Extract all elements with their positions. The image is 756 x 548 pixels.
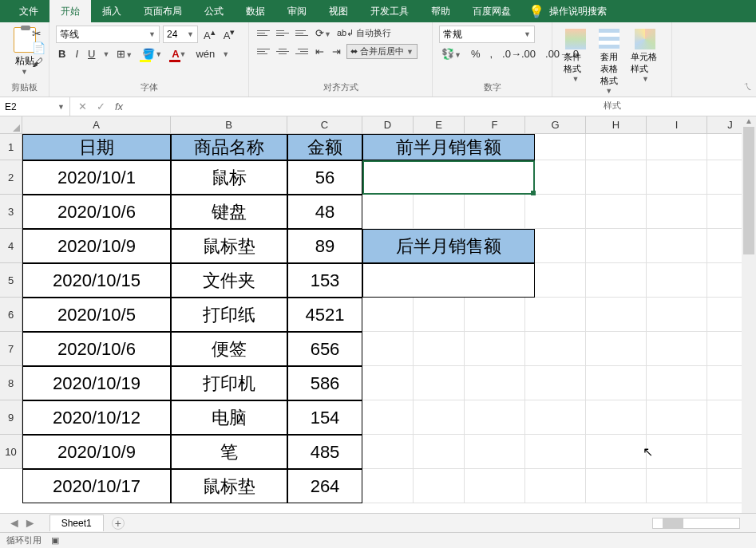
macro-record-icon[interactable]: ▣: [51, 535, 59, 546]
col-header-H[interactable]: H: [586, 116, 647, 133]
cell-F8[interactable]: [465, 366, 525, 400]
cell-I7[interactable]: [647, 332, 707, 366]
cell-F6[interactable]: [465, 298, 525, 332]
cell-B7[interactable]: 便签: [171, 332, 287, 366]
align-middle-button[interactable]: [275, 26, 291, 41]
increase-indent-button[interactable]: ⇥: [330, 44, 343, 59]
cell-first-half-header[interactable]: 前半月销售额: [362, 134, 535, 160]
cell-A6[interactable]: 2020/10/5: [22, 298, 171, 332]
cell-E10[interactable]: [414, 435, 465, 469]
cell-second-half-header[interactable]: 后半月销售额: [362, 229, 535, 263]
font-size-select[interactable]: 24▼: [163, 26, 198, 43]
cell-D9[interactable]: [362, 400, 414, 435]
cell-I8[interactable]: [647, 366, 707, 400]
cell-A3[interactable]: 2020/10/6: [22, 195, 171, 229]
tab-baidu[interactable]: 百度网盘: [461, 0, 522, 23]
cell-B2[interactable]: 鼠标: [171, 160, 287, 195]
col-header-F[interactable]: F: [465, 116, 525, 133]
cell-B4[interactable]: 鼠标垫: [171, 229, 287, 263]
cell-I4[interactable]: [647, 229, 707, 263]
cell-I1[interactable]: [647, 134, 707, 160]
tell-me-search[interactable]: 💡 操作说明搜索: [528, 0, 618, 23]
cell-G9[interactable]: [525, 400, 586, 435]
row-headers[interactable]: 12345678910: [0, 134, 22, 469]
cell-I6[interactable]: [647, 298, 707, 332]
italic-button[interactable]: I: [73, 46, 81, 61]
cell-A11[interactable]: 2020/10/17: [22, 469, 171, 503]
cell-A4[interactable]: 2020/10/9: [22, 229, 171, 263]
cell-H7[interactable]: [586, 332, 647, 366]
cell-C9[interactable]: 154: [287, 400, 362, 435]
cell-B6[interactable]: 打印纸: [171, 298, 287, 332]
format-painter-button[interactable]: 🖌: [32, 56, 46, 69]
format-table-button[interactable]: 套用 表格格式▼: [592, 26, 626, 98]
tab-file[interactable]: 文件: [8, 0, 49, 23]
fx-button[interactable]: fx: [115, 101, 123, 112]
cell-E3[interactable]: [414, 195, 465, 229]
cell-A1[interactable]: 日期: [22, 134, 171, 160]
cell-B3[interactable]: 键盘: [171, 195, 287, 229]
row-header-10[interactable]: 10: [0, 435, 22, 469]
cell-F3[interactable]: [465, 195, 525, 229]
increase-decimal-button[interactable]: .0→.00: [500, 46, 538, 61]
align-bottom-button[interactable]: [294, 26, 310, 41]
align-top-button[interactable]: [255, 26, 271, 41]
row-header-2[interactable]: 2: [0, 160, 22, 195]
cell-D3[interactable]: [362, 195, 414, 229]
increase-font-button[interactable]: A▴: [201, 26, 218, 43]
decrease-indent-button[interactable]: ⇤: [313, 44, 327, 59]
cell-F9[interactable]: [465, 400, 525, 435]
copy-button[interactable]: 📄: [32, 41, 46, 54]
tab-home[interactable]: 开始: [49, 0, 91, 23]
cell-F7[interactable]: [465, 332, 525, 366]
cell-H8[interactable]: [586, 366, 647, 400]
row-header-6[interactable]: 6: [0, 298, 22, 332]
cell-E11[interactable]: [414, 469, 465, 503]
cell-H3[interactable]: [586, 195, 647, 229]
cell-H2[interactable]: [586, 160, 647, 195]
name-box[interactable]: E2▼: [0, 97, 70, 116]
tab-view[interactable]: 视图: [318, 0, 359, 23]
col-header-A[interactable]: A: [22, 116, 171, 133]
horizontal-scrollbar[interactable]: [652, 518, 740, 529]
row-header-9[interactable]: 9: [0, 400, 22, 435]
cell-second-half-value[interactable]: [362, 263, 535, 298]
merge-center-button[interactable]: ⬌合并后居中▼: [346, 44, 418, 59]
cell-B11[interactable]: 鼠标垫: [171, 469, 287, 503]
row-header-1[interactable]: 1: [0, 134, 22, 160]
cell-H11[interactable]: [586, 469, 647, 503]
cell-I11[interactable]: [647, 469, 707, 503]
cell-C11[interactable]: 264: [287, 469, 362, 503]
cell-first-half-value[interactable]: [362, 160, 535, 195]
row-header-7[interactable]: 7: [0, 332, 22, 366]
cell-A8[interactable]: 2020/10/19: [22, 366, 171, 400]
cell-C4[interactable]: 89: [287, 229, 362, 263]
cell-A9[interactable]: 2020/10/12: [22, 400, 171, 435]
orientation-button[interactable]: ⟳▼: [313, 26, 334, 41]
cell-H10[interactable]: [586, 435, 647, 469]
col-header-E[interactable]: E: [414, 116, 465, 133]
cell-C1[interactable]: 金额: [287, 134, 362, 160]
cell-A5[interactable]: 2020/10/15: [22, 263, 171, 298]
row-header-5[interactable]: 5: [0, 263, 22, 298]
cell-C6[interactable]: 4521: [287, 298, 362, 332]
cell-G7[interactable]: [525, 332, 586, 366]
sheet-nav-prev[interactable]: ◄: [8, 516, 21, 530]
row-header-8[interactable]: 8: [0, 366, 22, 400]
conditional-format-button[interactable]: 条件格式▼: [559, 26, 592, 98]
phonetic-button[interactable]: wén: [193, 46, 217, 61]
wrap-text-button[interactable]: ab↲自动换行: [337, 27, 391, 39]
cell-F10[interactable]: [465, 435, 525, 469]
bold-button[interactable]: B: [56, 46, 68, 61]
cell-E7[interactable]: [414, 332, 465, 366]
number-format-select[interactable]: 常规▼: [439, 26, 535, 43]
cell-G11[interactable]: [525, 469, 586, 503]
cell-C10[interactable]: 485: [287, 435, 362, 469]
add-sheet-button[interactable]: +: [112, 517, 125, 530]
cell-H1[interactable]: [586, 134, 647, 160]
cell-G3[interactable]: [525, 195, 586, 229]
align-right-button[interactable]: [294, 45, 310, 59]
cell-B9[interactable]: 电脑: [171, 400, 287, 435]
cell-I2[interactable]: [647, 160, 707, 195]
percent-button[interactable]: %: [469, 46, 483, 61]
